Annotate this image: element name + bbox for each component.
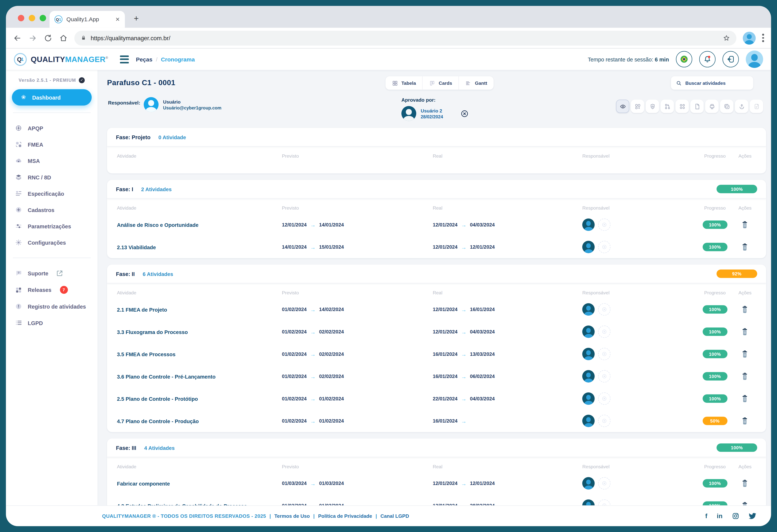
assignee-avatar[interactable] — [582, 499, 595, 505]
apps-export-icon[interactable] — [631, 100, 644, 113]
browser-menu-icon[interactable] — [762, 34, 764, 42]
sidebar-item-especificacao[interactable]: Especificação — [12, 185, 92, 202]
linkedin-icon[interactable]: in — [717, 513, 723, 519]
sidebar-item-configuracoes[interactable]: Configurações — [12, 235, 92, 251]
bookmark-star-icon[interactable] — [723, 34, 731, 42]
report-icon[interactable] — [750, 100, 763, 113]
assignee-avatar[interactable] — [582, 241, 595, 253]
facebook-icon[interactable]: f — [705, 513, 707, 519]
activity-name[interactable]: Fabricar componente — [117, 481, 282, 486]
delete-button[interactable] — [741, 305, 749, 314]
compare-icon[interactable] — [661, 100, 674, 113]
sidebar-item-fmea[interactable]: FMEA — [12, 136, 92, 152]
delete-button[interactable] — [741, 220, 749, 229]
add-assignee-button[interactable] — [598, 241, 610, 253]
delete-button[interactable] — [741, 327, 749, 336]
browser-tab[interactable]: Q1 Quality1.App ✕ — [49, 11, 125, 28]
delete-button[interactable] — [741, 501, 749, 505]
address-bar[interactable]: https://qualitymanager.com.br/ — [74, 30, 737, 45]
print-icon[interactable] — [705, 100, 718, 113]
add-assignee-button[interactable] — [598, 219, 610, 231]
notifications-button[interactable] — [699, 51, 715, 67]
footer-link-lgpd[interactable]: Canal LGPD — [375, 513, 409, 519]
qualitymanager-logo-icon[interactable]: Q1 — [14, 53, 27, 65]
activity-name[interactable]: 2.1 FMEA de Projeto — [117, 306, 282, 312]
activity-name[interactable]: 3.5 FMEA de Processos — [117, 351, 282, 357]
status-grid-icon[interactable] — [675, 100, 689, 113]
footer-link-privacidade[interactable]: Política de Privacidade — [313, 513, 372, 519]
sidebar-item-suporte[interactable]: ? Suporte — [12, 265, 92, 281]
home-icon[interactable] — [59, 33, 68, 42]
browser-profile-avatar[interactable] — [743, 31, 756, 44]
footer-link-termos[interactable]: Termos de Uso — [269, 513, 310, 519]
delete-button[interactable] — [741, 350, 749, 359]
activity-name[interactable]: Análise de Risco e Oportunidade — [117, 222, 282, 228]
user-avatar[interactable] — [746, 50, 763, 68]
maximize-window-button[interactable] — [40, 15, 46, 21]
phase-header[interactable]: Fase: Projeto 0 Atividade — [107, 128, 766, 147]
search-input[interactable] — [685, 80, 748, 86]
remove-approval-button[interactable] — [460, 109, 469, 118]
assignee-avatar[interactable] — [582, 477, 595, 490]
view-cards-button[interactable]: Cards — [423, 76, 459, 90]
sidebar-item-cadastros[interactable]: Cadastros — [12, 202, 92, 218]
sidebar-item-apqp[interactable]: APQP — [12, 120, 92, 136]
assignee-avatar[interactable] — [582, 392, 595, 405]
assignee-avatar[interactable] — [582, 348, 595, 360]
assignee-avatar[interactable] — [582, 370, 595, 382]
activity-name[interactable]: 2.13 Viabilidade — [117, 244, 282, 250]
delete-button[interactable] — [741, 243, 749, 252]
sidebar-item-lgpd[interactable]: LGPD — [12, 315, 92, 331]
approve-icon[interactable] — [720, 100, 734, 113]
sidebar-item-rnc-8d[interactable]: RNC / 8D — [12, 169, 92, 185]
assignee-avatar[interactable] — [582, 219, 595, 231]
language-flag-button[interactable] — [676, 51, 692, 67]
phase-header[interactable]: Fase: II 6 Atividades 92% — [107, 265, 766, 283]
add-assignee-button[interactable] — [598, 325, 610, 338]
back-icon[interactable] — [13, 33, 22, 42]
add-assignee-button[interactable] — [598, 477, 610, 490]
delete-button[interactable] — [741, 479, 749, 488]
upload-icon[interactable] — [735, 100, 748, 113]
sidebar-item-parametrizacoes[interactable]: Parametrizações — [12, 218, 92, 234]
assignee-avatar[interactable] — [582, 303, 595, 315]
assignee-avatar[interactable] — [582, 325, 595, 338]
activity-name[interactable]: 4.3 Estudos Preliminar da Capabilidade d… — [117, 503, 282, 505]
add-assignee-button[interactable] — [598, 303, 610, 315]
activity-name[interactable]: 3.6 Plano de Controle - Pré-Lançamento — [117, 373, 282, 379]
sidebar-item-dashboard[interactable]: Dashboard — [12, 89, 92, 106]
activity-name[interactable]: 3.3 Fluxograma do Processo — [117, 329, 282, 335]
minimize-window-button[interactable] — [29, 15, 35, 21]
add-assignee-button[interactable] — [598, 348, 610, 360]
add-assignee-button[interactable] — [598, 415, 610, 427]
breadcrumb-current[interactable]: Cronograma — [161, 56, 195, 62]
sidebar-item-releases[interactable]: Releases 7 — [12, 281, 92, 298]
logout-button[interactable] — [723, 51, 739, 67]
delete-button[interactable] — [741, 394, 749, 403]
twitter-icon[interactable] — [749, 512, 756, 520]
refresh-icon[interactable] — [43, 33, 52, 42]
search-box[interactable] — [671, 76, 753, 90]
close-window-button[interactable] — [18, 15, 24, 21]
phase-header[interactable]: Fase: I 2 Atividades 100% — [107, 180, 766, 198]
menu-hamburger-icon[interactable] — [120, 55, 129, 63]
view-tabela-button[interactable]: Tabela — [385, 76, 423, 90]
tab-close-icon[interactable]: ✕ — [115, 16, 120, 23]
add-assignee-button[interactable] — [598, 392, 610, 405]
document-icon[interactable] — [690, 100, 704, 113]
sidebar-item-registro-atividades[interactable]: Registro de atividades — [12, 298, 92, 315]
add-assignee-button[interactable] — [598, 499, 610, 505]
breadcrumb-parent[interactable]: Peças — [136, 56, 152, 62]
delete-button[interactable] — [741, 416, 749, 425]
delete-button[interactable] — [741, 372, 749, 381]
view-gantt-button[interactable]: Gantt — [459, 76, 493, 90]
sidebar-item-msa[interactable]: MSA — [12, 153, 92, 169]
forward-icon[interactable] — [28, 33, 37, 42]
view-icon[interactable] — [616, 100, 630, 113]
new-tab-button[interactable]: + — [134, 16, 139, 22]
phase-header[interactable]: Fase: III 4 Atividades 100% — [107, 438, 766, 457]
activity-name[interactable]: 4.7 Plano de Controle - Produção — [117, 418, 282, 424]
activity-name[interactable]: 2.5 Plano de Controle - Protótipo — [117, 396, 282, 402]
shield-view-icon[interactable] — [646, 100, 659, 113]
assignee-avatar[interactable] — [582, 415, 595, 427]
